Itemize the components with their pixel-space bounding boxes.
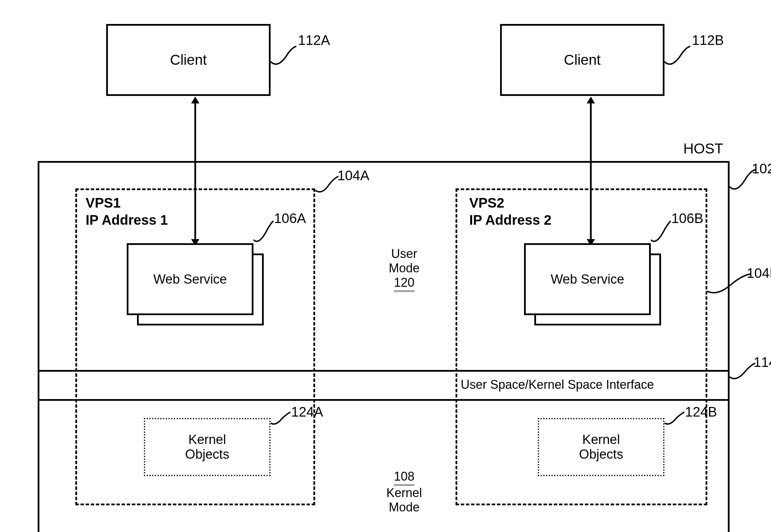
ref-104a: 104A	[337, 168, 369, 183]
ref-124a: 124A	[291, 404, 323, 420]
ref-curve-104a	[315, 175, 339, 195]
kernel-mode-line1: Kernel	[373, 486, 435, 500]
user-mode-ref: 120	[394, 275, 414, 292]
kernel-mode-label: 108 Kernel Mode	[373, 469, 435, 515]
webservice-a-label: Web Service	[153, 272, 227, 287]
kernel-objects-b-l1: Kernel	[582, 432, 620, 447]
ref-curve-106b	[651, 219, 671, 245]
ref-112a: 112A	[298, 33, 330, 48]
vps2-name: VPS2	[469, 195, 504, 211]
kernel-objects-a-box: Kernel Objects	[144, 418, 271, 476]
webservice-a-front: Web Service	[127, 243, 253, 315]
vps1-name: VPS1	[86, 195, 121, 211]
webservice-b-label: Web Service	[551, 272, 624, 287]
ref-curve-112b	[664, 45, 692, 69]
ref-106a: 106A	[274, 211, 306, 226]
user-mode-label: User Mode 120	[373, 247, 435, 292]
ref-114: 114	[754, 355, 771, 370]
user-mode-line2: Mode	[373, 261, 435, 275]
user-mode-line1: User	[373, 247, 435, 261]
ref-104b: 104B	[747, 265, 771, 281]
client-b-label: Client	[564, 52, 600, 68]
kernel-objects-b-l2: Objects	[579, 447, 623, 462]
ref-102: 102	[752, 161, 771, 176]
vps1-ip: IP Address 1	[86, 212, 168, 228]
host-label: HOST	[683, 140, 723, 157]
kernel-objects-a-l1: Kernel	[188, 432, 226, 447]
kernel-mode-ref: 108	[394, 469, 414, 486]
interface-line-top	[39, 370, 728, 372]
kernel-objects-b-box: Kernel Objects	[538, 418, 664, 476]
client-a-box: Client	[106, 24, 271, 96]
webservice-b-front: Web Service	[524, 243, 651, 315]
kernel-mode-line2: Mode	[373, 500, 435, 515]
interface-label: User Space/Kernel Space Interface	[461, 378, 654, 392]
architecture-diagram: Client 112A Client 112B HOST 102	[14, 14, 771, 532]
ref-112b: 112B	[692, 33, 724, 48]
kernel-objects-a-l2: Objects	[185, 447, 229, 462]
ref-curve-112a	[271, 45, 298, 69]
vps2-ip: IP Address 2	[469, 212, 551, 228]
ref-curve-106a	[253, 219, 274, 245]
ref-curve-124b	[664, 411, 685, 426]
ref-curve-124a	[271, 411, 291, 426]
interface-line-bottom	[39, 399, 728, 401]
ref-124b: 124B	[685, 404, 717, 420]
ref-curve-104b	[707, 272, 752, 296]
ref-curve-114	[730, 361, 757, 382]
client-b-box: Client	[500, 24, 664, 96]
client-a-label: Client	[170, 52, 207, 68]
ref-106b: 106B	[671, 211, 703, 226]
